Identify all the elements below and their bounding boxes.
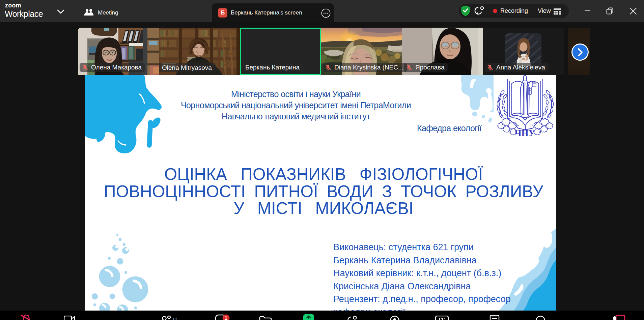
svg-text:CC: CC	[439, 317, 445, 320]
svg-text:ЧНУ: ЧНУ	[515, 128, 535, 138]
svg-text:1: 1	[225, 315, 227, 320]
svg-text:12: 12	[172, 317, 177, 320]
